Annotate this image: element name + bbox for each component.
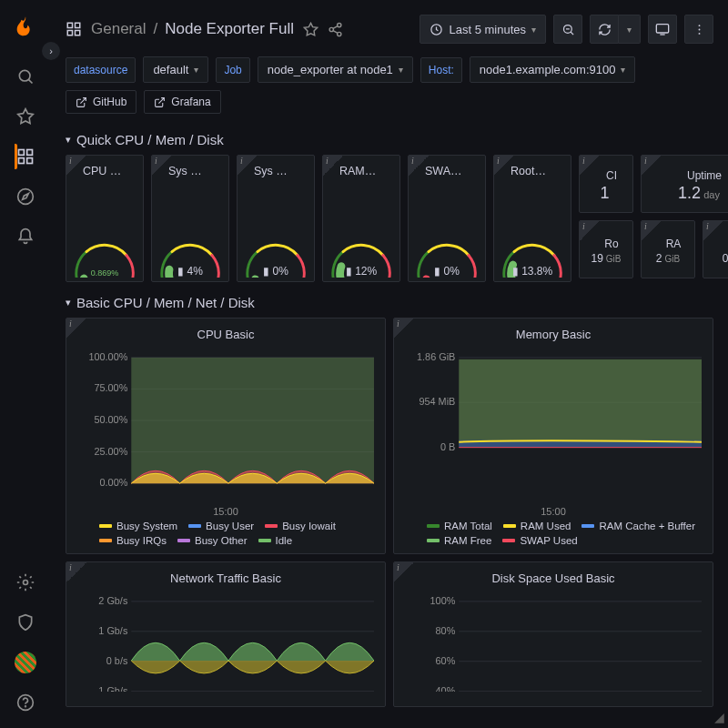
breadcrumb-title[interactable]: Node Exporter Full xyxy=(165,20,294,38)
tv-mode-button[interactable] xyxy=(648,15,677,44)
expand-sidebar-button[interactable]: › xyxy=(42,42,60,60)
legend-item[interactable]: RAM Free xyxy=(427,535,491,546)
time-range-label: Last 5 minutes xyxy=(449,23,526,36)
gauge-panel-2[interactable]: i Sys … ▮ 0% xyxy=(237,155,315,282)
breadcrumb-folder[interactable]: General xyxy=(91,20,146,38)
topbar: General / Node Exporter Full Last 5 minu… xyxy=(66,7,713,51)
stat-panel-uptime[interactable]: i Uptime 1.2day xyxy=(641,155,728,213)
legend-item[interactable]: RAM Cache + Buffer xyxy=(581,521,695,531)
main-content: General / Node Exporter Full Last 5 minu… xyxy=(51,0,728,714)
svg-point-14 xyxy=(329,27,333,31)
svg-rect-11 xyxy=(67,31,72,35)
svg-point-21 xyxy=(698,32,700,34)
svg-text:25.00%: 25.00% xyxy=(94,446,127,457)
legend-item[interactable]: RAM Used xyxy=(503,521,571,531)
legend-item[interactable]: Busy IRQs xyxy=(99,535,167,546)
svg-point-6 xyxy=(24,581,28,585)
resize-handle-icon[interactable]: ◢ xyxy=(714,710,724,724)
zoom-out-button[interactable] xyxy=(553,15,582,44)
svg-text:-1 Gb/s: -1 Gb/s xyxy=(96,685,128,692)
svg-point-8 xyxy=(25,706,26,707)
svg-text:75.00%: 75.00% xyxy=(94,382,127,393)
var-host-dropdown[interactable]: node1.example.com:9100▾ xyxy=(470,56,636,83)
var-datasource-dropdown[interactable]: default▾ xyxy=(143,56,208,83)
sidebar xyxy=(0,0,51,728)
time-range-picker[interactable]: Last 5 minutes ▾ xyxy=(420,15,546,44)
svg-text:100.00%: 100.00% xyxy=(88,351,127,362)
svg-text:0 b/s: 0 b/s xyxy=(106,655,128,666)
var-job-dropdown[interactable]: node_exporter at node1▾ xyxy=(258,56,413,83)
refresh-interval-button[interactable]: ▾ xyxy=(619,15,641,44)
legend-item[interactable]: Busy Iowait xyxy=(265,521,336,531)
gauge-panel-1[interactable]: i Sys … ▮ 4% xyxy=(151,155,229,282)
share-icon[interactable] xyxy=(328,22,343,37)
grafana-logo-icon[interactable] xyxy=(13,15,38,40)
gauge-panel-3[interactable]: i RAM… ▮ 12% xyxy=(322,155,400,282)
svg-text:954 MiB: 954 MiB xyxy=(419,396,455,407)
svg-rect-9 xyxy=(67,23,72,27)
svg-rect-2 xyxy=(27,150,33,156)
svg-text:60%: 60% xyxy=(436,655,456,666)
svg-point-19 xyxy=(698,25,700,26)
breadcrumb[interactable]: General / Node Exporter Full xyxy=(91,20,294,38)
gauge-panel-0[interactable]: i CPU … 0.869% xyxy=(66,155,144,282)
svg-rect-3 xyxy=(19,158,25,164)
svg-point-5 xyxy=(18,189,34,205)
legend-item[interactable]: Busy System xyxy=(99,521,177,531)
var-host-label: Host: xyxy=(420,57,462,83)
section-quick-header[interactable]: ▾Quick CPU / Mem / Disk xyxy=(66,132,713,147)
svg-text:80%: 80% xyxy=(436,625,456,636)
mini-stat-1[interactable]: i RA 2GiB xyxy=(641,220,695,278)
section-basic-header[interactable]: ▾Basic CPU / Mem / Net / Disk xyxy=(66,295,713,310)
gauge-panel-4[interactable]: i SWA… ▮ 0% xyxy=(408,155,486,282)
quick-row: i CPU … 0.869% i Sys … ▮ 4% i Sys … ▮ 0%… xyxy=(66,155,713,282)
svg-rect-1 xyxy=(19,150,25,156)
svg-text:50.00%: 50.00% xyxy=(94,414,127,425)
svg-point-20 xyxy=(698,28,700,30)
variables-bar: datasource default▾ Job node_exporter at… xyxy=(66,51,713,88)
svg-rect-12 xyxy=(76,31,80,35)
svg-rect-18 xyxy=(656,25,668,33)
help-icon[interactable] xyxy=(15,692,36,713)
star-icon[interactable] xyxy=(15,106,36,127)
svg-rect-10 xyxy=(76,23,80,27)
panel-network-basic[interactable]: i Network Traffic Basic 2 Gb/s1 Gb/s0 b/… xyxy=(66,561,386,707)
settings-icon[interactable] xyxy=(15,571,36,593)
svg-rect-39 xyxy=(459,359,702,446)
svg-text:100%: 100% xyxy=(430,595,456,606)
svg-point-15 xyxy=(338,32,341,35)
svg-rect-32 xyxy=(131,358,374,483)
mini-stat-0[interactable]: i Ro 19GiB xyxy=(579,220,633,278)
var-datasource-label: datasource xyxy=(66,57,136,83)
legend-item[interactable]: RAM Total xyxy=(427,521,492,531)
refresh-button[interactable] xyxy=(590,15,619,44)
alert-icon[interactable] xyxy=(15,226,36,248)
mini-stat-2[interactable]: i SV 0B xyxy=(703,220,728,278)
explore-icon[interactable] xyxy=(15,186,36,207)
legend-item[interactable]: Idle xyxy=(258,535,293,546)
svg-text:40%: 40% xyxy=(436,685,456,692)
svg-point-0 xyxy=(19,70,30,81)
svg-text:1.86 GiB: 1.86 GiB xyxy=(417,351,455,362)
fav-star-icon[interactable] xyxy=(303,22,318,37)
more-button[interactable] xyxy=(684,15,713,44)
gauge-panel-5[interactable]: i Root… ▮ 13.8% xyxy=(493,155,571,282)
avatar[interactable] xyxy=(15,652,36,673)
stat-panel-ci[interactable]: i CI 1 xyxy=(579,155,633,213)
svg-rect-4 xyxy=(27,158,33,164)
link-github[interactable]: GitHub xyxy=(66,90,136,114)
panel-cpu-basic[interactable]: i CPU Basic 100.00%75.00%50.00%25.00%0.0… xyxy=(66,318,386,554)
svg-text:2 Gb/s: 2 Gb/s xyxy=(98,595,128,606)
legend-item[interactable]: SWAP Used xyxy=(502,535,577,546)
link-grafana[interactable]: Grafana xyxy=(144,90,220,114)
shield-icon[interactable] xyxy=(15,612,36,633)
svg-point-13 xyxy=(338,23,341,26)
search-icon[interactable] xyxy=(15,66,36,87)
svg-text:1 Gb/s: 1 Gb/s xyxy=(98,625,128,636)
dashboards-crumb-icon[interactable] xyxy=(66,21,82,37)
dashboards-icon[interactable] xyxy=(15,146,36,167)
legend-item[interactable]: Busy User xyxy=(188,521,254,531)
panel-memory-basic[interactable]: i Memory Basic 1.86 GiB954 MiB0 B 15:00 … xyxy=(393,318,713,554)
legend-item[interactable]: Busy Other xyxy=(177,535,248,546)
panel-disk-basic[interactable]: i Disk Space Used Basic 100%80%60%40% xyxy=(393,561,713,707)
